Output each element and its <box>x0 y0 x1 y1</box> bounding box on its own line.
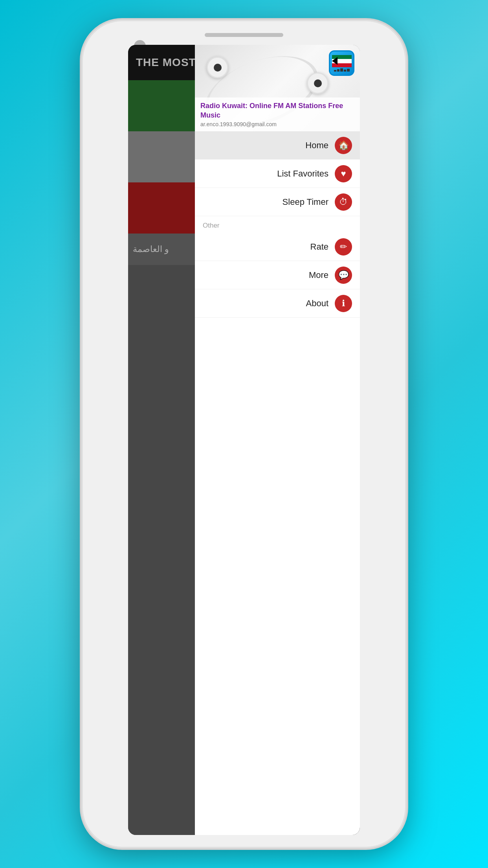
menu-item-sleep-timer[interactable]: Sleep Timer ⏱ <box>195 188 360 216</box>
menu-rate-label: Rate <box>310 242 328 252</box>
drawer-header-text: Radio Kuwait: Online FM AM Stations Free… <box>195 97 360 131</box>
radio-bar-2 <box>337 69 339 72</box>
side-drawer: Radio Kuwait: Online FM AM Stations Free… <box>195 45 360 835</box>
about-icon: ℹ <box>335 295 352 312</box>
menu-section-other: Other <box>195 216 360 233</box>
flag-white <box>332 59 352 63</box>
drawer-app-title: Radio Kuwait: Online FM AM Stations Free… <box>200 101 354 120</box>
menu-item-rate[interactable]: Rate ✏ <box>195 233 360 261</box>
radio-bar-3 <box>340 68 343 72</box>
phone-speaker <box>205 33 283 37</box>
menu-item-about[interactable]: About ℹ <box>195 289 360 318</box>
phone-frame: THE MOST L و العاصمة <box>83 21 405 847</box>
menu-more-label: More <box>309 270 328 280</box>
sleep-timer-icon: ⏱ <box>335 193 352 211</box>
menu-item-more[interactable]: More 💬 <box>195 261 360 289</box>
radio-bar-5 <box>347 69 349 72</box>
earbud-left <box>207 57 228 78</box>
menu-about-label: About <box>306 298 329 309</box>
app-icon <box>329 50 354 76</box>
menu-home-label: Home <box>305 140 328 151</box>
favorites-icon: ♥ <box>335 165 352 182</box>
rate-icon: ✏ <box>335 238 352 256</box>
phone-screen: THE MOST L و العاصمة <box>128 45 360 835</box>
earbud-right <box>307 72 328 94</box>
radio-bars <box>334 68 350 72</box>
drawer-header: Radio Kuwait: Online FM AM Stations Free… <box>195 45 360 131</box>
menu-sleep-timer-label: Sleep Timer <box>283 197 328 207</box>
more-icon: 💬 <box>335 267 352 284</box>
menu-item-home[interactable]: Home 🏠 <box>195 131 360 160</box>
menu-item-favorites[interactable]: List Favorites ♥ <box>195 160 360 188</box>
menu-favorites-label: List Favorites <box>277 169 328 179</box>
radio-bar-4 <box>344 70 346 72</box>
drawer-menu: Home 🏠 List Favorites ♥ Sleep Timer ⏱ Ot… <box>195 131 360 835</box>
flag-black-triangle <box>332 57 338 65</box>
drawer-app-email: ar.enco.1993.9090@gmail.com <box>200 121 354 127</box>
kuwait-flag <box>332 55 352 68</box>
radio-bar-1 <box>334 70 336 72</box>
home-icon: 🏠 <box>335 137 352 154</box>
